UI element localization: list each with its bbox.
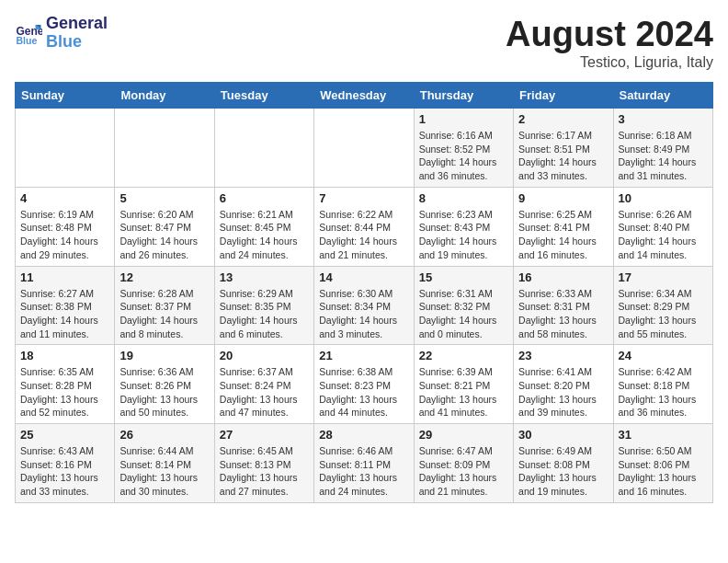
day-number: 14	[319, 270, 408, 284]
day-cell	[16, 109, 115, 188]
day-cell: 17Sunrise: 6:34 AM Sunset: 8:29 PM Dayli…	[613, 266, 712, 345]
day-cell	[214, 109, 313, 188]
day-cell: 14Sunrise: 6:30 AM Sunset: 8:34 PM Dayli…	[314, 266, 414, 345]
day-info: Sunrise: 6:30 AM Sunset: 8:34 PM Dayligh…	[319, 287, 408, 341]
day-info: Sunrise: 6:41 AM Sunset: 8:20 PM Dayligh…	[518, 365, 608, 419]
day-number: 13	[220, 270, 309, 284]
day-number: 27	[220, 428, 309, 442]
day-number: 2	[518, 112, 608, 126]
day-info: Sunrise: 6:42 AM Sunset: 8:18 PM Dayligh…	[619, 365, 708, 419]
day-number: 9	[518, 191, 608, 205]
day-number: 15	[419, 270, 508, 284]
month-year: August 2024	[506, 15, 713, 54]
day-cell: 25Sunrise: 6:43 AM Sunset: 8:16 PM Dayli…	[16, 424, 115, 503]
day-cell: 28Sunrise: 6:46 AM Sunset: 8:11 PM Dayli…	[314, 424, 414, 503]
day-number: 30	[518, 428, 608, 442]
day-info: Sunrise: 6:47 AM Sunset: 8:09 PM Dayligh…	[419, 444, 508, 499]
day-number: 17	[619, 270, 708, 284]
day-cell: 27Sunrise: 6:45 AM Sunset: 8:13 PM Dayli…	[214, 424, 313, 503]
day-info: Sunrise: 6:27 AM Sunset: 8:38 PM Dayligh…	[20, 287, 109, 341]
week-row-5: 25Sunrise: 6:43 AM Sunset: 8:16 PM Dayli…	[16, 424, 713, 503]
day-cell: 26Sunrise: 6:44 AM Sunset: 8:14 PM Dayli…	[115, 424, 214, 503]
day-cell	[314, 109, 414, 188]
week-row-4: 18Sunrise: 6:35 AM Sunset: 8:28 PM Dayli…	[16, 345, 713, 424]
day-cell: 21Sunrise: 6:38 AM Sunset: 8:23 PM Dayli…	[314, 345, 414, 424]
day-cell: 15Sunrise: 6:31 AM Sunset: 8:32 PM Dayli…	[414, 266, 513, 345]
day-info: Sunrise: 6:43 AM Sunset: 8:16 PM Dayligh…	[20, 444, 109, 499]
day-cell: 9Sunrise: 6:25 AM Sunset: 8:41 PM Daylig…	[514, 187, 613, 266]
week-row-2: 4Sunrise: 6:19 AM Sunset: 8:48 PM Daylig…	[16, 187, 713, 266]
day-info: Sunrise: 6:37 AM Sunset: 8:24 PM Dayligh…	[220, 365, 309, 419]
day-number: 5	[119, 191, 209, 205]
day-number: 23	[518, 349, 608, 362]
day-number: 19	[119, 349, 209, 362]
day-info: Sunrise: 6:20 AM Sunset: 8:47 PM Dayligh…	[119, 208, 209, 262]
day-number: 10	[619, 191, 708, 205]
header: General Blue General Blue August 2024 Te…	[15, 15, 713, 71]
day-cell: 24Sunrise: 6:42 AM Sunset: 8:18 PM Dayli…	[613, 345, 712, 424]
day-info: Sunrise: 6:19 AM Sunset: 8:48 PM Dayligh…	[20, 208, 109, 262]
logo: General Blue General Blue	[15, 15, 108, 52]
day-cell: 5Sunrise: 6:20 AM Sunset: 8:47 PM Daylig…	[115, 187, 214, 266]
weekday-header-thursday: Thursday	[414, 83, 513, 109]
day-cell: 8Sunrise: 6:23 AM Sunset: 8:43 PM Daylig…	[414, 187, 513, 266]
weekday-header-saturday: Saturday	[613, 83, 712, 109]
weekday-header-wednesday: Wednesday	[314, 83, 414, 109]
week-row-3: 11Sunrise: 6:27 AM Sunset: 8:38 PM Dayli…	[16, 266, 713, 345]
day-number: 26	[119, 428, 209, 442]
day-cell: 2Sunrise: 6:17 AM Sunset: 8:51 PM Daylig…	[514, 109, 613, 188]
day-info: Sunrise: 6:33 AM Sunset: 8:31 PM Dayligh…	[518, 287, 608, 341]
day-info: Sunrise: 6:25 AM Sunset: 8:41 PM Dayligh…	[518, 208, 608, 262]
calendar-table: SundayMondayTuesdayWednesdayThursdayFrid…	[15, 82, 713, 503]
day-cell: 20Sunrise: 6:37 AM Sunset: 8:24 PM Dayli…	[214, 345, 313, 424]
day-info: Sunrise: 6:22 AM Sunset: 8:44 PM Dayligh…	[319, 208, 408, 262]
day-cell: 16Sunrise: 6:33 AM Sunset: 8:31 PM Dayli…	[514, 266, 613, 345]
day-cell: 11Sunrise: 6:27 AM Sunset: 8:38 PM Dayli…	[16, 266, 115, 345]
day-number: 11	[20, 270, 109, 284]
weekday-header-friday: Friday	[514, 83, 613, 109]
logo-general: General	[46, 15, 108, 33]
day-info: Sunrise: 6:38 AM Sunset: 8:23 PM Dayligh…	[319, 365, 408, 419]
day-cell: 18Sunrise: 6:35 AM Sunset: 8:28 PM Dayli…	[16, 345, 115, 424]
day-cell: 7Sunrise: 6:22 AM Sunset: 8:44 PM Daylig…	[314, 187, 414, 266]
svg-text:Blue: Blue	[17, 35, 38, 46]
day-cell: 22Sunrise: 6:39 AM Sunset: 8:21 PM Dayli…	[414, 345, 513, 424]
day-number: 7	[319, 191, 408, 205]
week-row-1: 1Sunrise: 6:16 AM Sunset: 8:52 PM Daylig…	[16, 109, 713, 188]
logo-icon: General Blue	[15, 19, 42, 47]
day-number: 28	[319, 428, 408, 442]
day-info: Sunrise: 6:34 AM Sunset: 8:29 PM Dayligh…	[619, 287, 708, 341]
day-info: Sunrise: 6:17 AM Sunset: 8:51 PM Dayligh…	[518, 129, 608, 183]
day-cell: 12Sunrise: 6:28 AM Sunset: 8:37 PM Dayli…	[115, 266, 214, 345]
day-number: 25	[20, 428, 109, 442]
day-number: 3	[619, 112, 708, 126]
weekday-header-sunday: Sunday	[16, 83, 115, 109]
logo-blue: Blue	[46, 33, 108, 52]
day-number: 16	[518, 270, 608, 284]
day-number: 24	[619, 349, 708, 362]
day-info: Sunrise: 6:39 AM Sunset: 8:21 PM Dayligh…	[419, 365, 508, 419]
day-number: 8	[419, 191, 508, 205]
weekday-header-tuesday: Tuesday	[214, 83, 313, 109]
title-area: August 2024 Testico, Liguria, Italy	[506, 15, 713, 71]
day-cell: 30Sunrise: 6:49 AM Sunset: 8:08 PM Dayli…	[514, 424, 613, 503]
day-number: 21	[319, 349, 408, 362]
day-cell: 4Sunrise: 6:19 AM Sunset: 8:48 PM Daylig…	[16, 187, 115, 266]
day-number: 6	[220, 191, 309, 205]
day-info: Sunrise: 6:45 AM Sunset: 8:13 PM Dayligh…	[220, 444, 309, 499]
day-info: Sunrise: 6:46 AM Sunset: 8:11 PM Dayligh…	[319, 444, 408, 499]
day-cell: 29Sunrise: 6:47 AM Sunset: 8:09 PM Dayli…	[414, 424, 513, 503]
day-cell: 23Sunrise: 6:41 AM Sunset: 8:20 PM Dayli…	[514, 345, 613, 424]
day-number: 31	[619, 428, 708, 442]
day-number: 1	[419, 112, 508, 126]
day-info: Sunrise: 6:16 AM Sunset: 8:52 PM Dayligh…	[419, 129, 508, 183]
day-info: Sunrise: 6:18 AM Sunset: 8:49 PM Dayligh…	[619, 129, 708, 183]
day-info: Sunrise: 6:50 AM Sunset: 8:06 PM Dayligh…	[619, 444, 708, 499]
day-info: Sunrise: 6:26 AM Sunset: 8:40 PM Dayligh…	[619, 208, 708, 262]
day-number: 29	[419, 428, 508, 442]
day-cell: 10Sunrise: 6:26 AM Sunset: 8:40 PM Dayli…	[613, 187, 712, 266]
day-cell	[115, 109, 214, 188]
day-cell: 1Sunrise: 6:16 AM Sunset: 8:52 PM Daylig…	[414, 109, 513, 188]
weekday-header-row: SundayMondayTuesdayWednesdayThursdayFrid…	[16, 83, 713, 109]
day-cell: 13Sunrise: 6:29 AM Sunset: 8:35 PM Dayli…	[214, 266, 313, 345]
